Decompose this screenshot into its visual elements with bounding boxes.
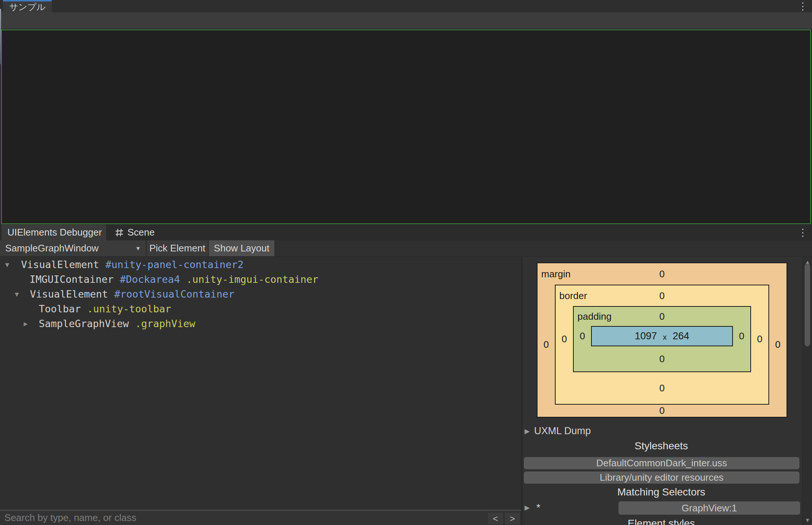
element-class: .unity-toolbar: [87, 302, 171, 316]
box-model-diagram: margin 0 0 border 0 0: [537, 262, 787, 418]
margin-right-value: 0: [769, 285, 787, 405]
element-details-panel: margin 0 0 border 0 0: [522, 257, 802, 525]
margin-bottom-value: 0: [538, 405, 787, 417]
show-layout-toggle[interactable]: Show Layout: [209, 240, 275, 256]
element-id: #unity-panel-container2: [105, 257, 243, 272]
element-hierarchy-panel: ▼ VisualElement #unity-panel-container2 …: [0, 257, 521, 510]
foldout-collapsed-icon[interactable]: ▶: [525, 504, 530, 512]
element-class: .graphView: [135, 316, 195, 331]
element-styles-header: Element styles: [522, 518, 800, 525]
window-menu-kebab-icon[interactable]: ⋮: [797, 0, 808, 12]
element-type: SampleGraphView: [39, 316, 129, 331]
element-id: #rootVisualContainer: [114, 287, 234, 302]
box-model-margin-ring: margin 0 0 border 0 0: [537, 262, 787, 418]
unity-editor-window: サンプル ⋮ UIElements Debugger Scene ⋮ Sampl…: [0, 0, 812, 525]
padding-left-value: 0: [574, 326, 591, 346]
element-type: VisualElement: [21, 257, 99, 272]
tree-item-sample-graph-view[interactable]: ▶ SampleGraphView .graphView: [0, 316, 521, 331]
selector-source-button[interactable]: GraphView:1: [618, 501, 800, 515]
uxml-dump-foldout[interactable]: ▶ UXML Dump: [525, 425, 591, 437]
padding-label: padding: [577, 311, 612, 322]
content-size-separator: x: [663, 333, 667, 342]
padding-right-value: 0: [733, 326, 750, 346]
padding-bottom-value: 0: [574, 346, 750, 371]
debugger-toolbar: SampleGraphWindow ▼ Pick Element Show La…: [0, 240, 812, 257]
matching-selectors-header: Matching Selectors: [522, 486, 800, 498]
padding-top-value: 0: [659, 311, 665, 322]
stylesheet-button-editor-resources[interactable]: Library/unity editor resources: [524, 471, 799, 484]
next-result-button[interactable]: >: [504, 512, 521, 525]
border-label: border: [559, 290, 587, 302]
uxml-dump-label: UXML Dump: [534, 425, 591, 437]
element-type: IMGUIContainer: [30, 272, 114, 287]
sample-window-tabbar: サンプル ⋮: [0, 0, 812, 12]
foldout-expanded-icon[interactable]: ▼: [5, 257, 21, 272]
search-input[interactable]: [0, 512, 487, 524]
element-type: VisualElement: [30, 287, 108, 302]
tab-scene-label: Scene: [127, 227, 155, 238]
debugger-menu-kebab-icon[interactable]: ⋮: [797, 226, 808, 239]
tree-item-dockarea4[interactable]: IMGUIContainer #Dockarea4 .unity-imgui-c…: [0, 272, 521, 287]
debugger-tabbar: UIElements Debugger Scene: [0, 224, 812, 240]
foldout-collapsed-icon: ▶: [525, 427, 530, 435]
search-bar: < >: [0, 510, 521, 525]
box-model-content-box: 1097 x 264: [591, 326, 733, 346]
scrollbar-down-arrow-icon[interactable]: ▼: [803, 516, 812, 524]
margin-left-value: 0: [538, 285, 555, 405]
previous-result-button[interactable]: <: [487, 512, 504, 525]
foldout-collapsed-icon[interactable]: ▶: [24, 316, 39, 331]
tree-item-toolbar[interactable]: Toolbar .unity-toolbar: [0, 302, 521, 316]
content-width-value: 1097: [635, 330, 657, 342]
tab-sample[interactable]: サンプル: [3, 0, 52, 12]
pick-element-button[interactable]: Pick Element: [147, 240, 209, 256]
right-panel-scrollbar[interactable]: ▲ ▼: [802, 257, 812, 525]
tab-uielements-debugger[interactable]: UIElements Debugger: [1, 224, 106, 240]
scrollbar-thumb[interactable]: [805, 264, 810, 346]
scene-grid-icon: [115, 228, 124, 237]
window-selector-dropdown[interactable]: SampleGraphWindow ▼: [0, 240, 147, 256]
border-top-value: 0: [659, 290, 665, 302]
stylesheet-button-defaultcommondark[interactable]: DefaultCommonDark_inter.uss: [524, 457, 799, 469]
foldout-expanded-icon[interactable]: ▼: [15, 287, 30, 302]
border-left-value: 0: [556, 306, 573, 372]
tree-item-unity-panel-container2[interactable]: ▼ VisualElement #unity-panel-container2: [0, 257, 521, 272]
tree-item-root-visual-container[interactable]: ▼ VisualElement #rootVisualContainer: [0, 287, 521, 302]
element-id: #Dockarea4: [120, 272, 180, 287]
border-bottom-value: 0: [556, 372, 768, 404]
chevron-down-icon: ▼: [135, 245, 141, 251]
matching-selector-row: ▶ * GraphView:1: [525, 501, 800, 515]
margin-top-value: 0: [659, 268, 665, 280]
box-model-border-ring: border 0 0 padding 0: [555, 285, 769, 405]
stylesheets-header: Stylesheets: [522, 440, 800, 452]
sample-window-toolbar: [0, 12, 812, 30]
box-model-padding-ring: padding 0 0 1097: [573, 306, 751, 372]
element-class: .unity-imgui-container: [186, 272, 318, 287]
element-type: Toolbar: [39, 302, 81, 316]
window-selector-value: SampleGraphWindow: [5, 243, 99, 254]
selector-label: *: [536, 502, 540, 514]
tab-scene[interactable]: Scene: [106, 224, 164, 240]
border-right-value: 0: [751, 306, 768, 372]
content-height-value: 264: [673, 330, 689, 342]
margin-label: margin: [541, 268, 570, 280]
sample-graph-view-canvas[interactable]: [1, 30, 811, 224]
